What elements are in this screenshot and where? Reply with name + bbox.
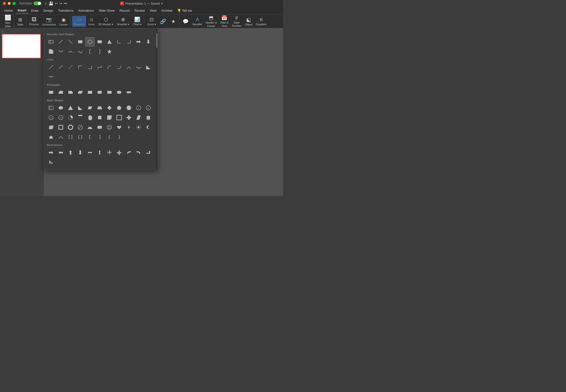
shape-corner-l[interactable] bbox=[115, 37, 124, 46]
maximize-button[interactable] bbox=[13, 2, 15, 5]
rect-snip-opp[interactable] bbox=[76, 88, 85, 97]
ba-up-down[interactable] bbox=[95, 148, 104, 157]
bs-cube[interactable] bbox=[46, 123, 56, 132]
new-slide-button[interactable]: ⬜ New Slide bbox=[3, 14, 13, 29]
bs-arc[interactable] bbox=[56, 132, 65, 141]
bs-double-brace[interactable] bbox=[76, 132, 85, 141]
bs-hexagon[interactable] bbox=[124, 103, 134, 112]
bs-trapezoid[interactable] bbox=[95, 103, 104, 112]
rect-snip-single[interactable] bbox=[66, 88, 75, 97]
more-icon[interactable]: ••• bbox=[64, 1, 67, 5]
menu-animations[interactable]: Animations bbox=[76, 8, 96, 13]
bs-cross[interactable] bbox=[124, 113, 134, 122]
line-straight[interactable] bbox=[46, 62, 56, 72]
curve-conn1[interactable] bbox=[105, 62, 114, 72]
shape-wave[interactable] bbox=[76, 47, 85, 56]
bs-curly-left[interactable] bbox=[105, 132, 114, 141]
bs-bracket-left[interactable] bbox=[85, 132, 95, 141]
bs-moon[interactable] bbox=[144, 123, 153, 132]
bs-diag-stripe[interactable] bbox=[134, 113, 143, 122]
shape-corner-flip[interactable] bbox=[124, 37, 134, 46]
menu-draw[interactable]: Draw bbox=[29, 8, 41, 13]
bs-fold-corner[interactable] bbox=[105, 113, 114, 122]
menu-review[interactable]: Review bbox=[132, 8, 147, 13]
menu-design[interactable]: Design bbox=[41, 8, 55, 13]
shape-rounded-rect[interactable] bbox=[95, 37, 104, 46]
date-time-button[interactable]: 📅 Date & Time bbox=[219, 14, 230, 28]
bs-triangle[interactable] bbox=[66, 103, 75, 112]
shape-line-diag1[interactable] bbox=[56, 37, 65, 46]
smartart-button[interactable]: ⊕ SmartArt ▾ bbox=[115, 15, 131, 27]
shape-rectangle[interactable] bbox=[76, 37, 85, 46]
bs-octagon[interactable]: 8 bbox=[144, 103, 153, 112]
shape-triangle[interactable] bbox=[105, 37, 114, 46]
elbow-conn1[interactable] bbox=[76, 62, 85, 72]
rect-round-full[interactable] bbox=[115, 88, 124, 97]
shape-squiggle[interactable] bbox=[56, 47, 65, 56]
shape-oval[interactable] bbox=[85, 37, 95, 46]
menu-transitions[interactable]: Transitions bbox=[56, 8, 76, 13]
elbow-conn3[interactable] bbox=[95, 62, 104, 72]
bs-textbox[interactable] bbox=[46, 103, 56, 112]
ba-up[interactable] bbox=[66, 148, 75, 157]
bs-sun[interactable] bbox=[134, 123, 143, 132]
rect-snip-diag[interactable] bbox=[56, 88, 65, 97]
shape-arc[interactable] bbox=[66, 47, 75, 56]
wave-line2[interactable] bbox=[134, 62, 143, 72]
bs-double-bracket[interactable] bbox=[66, 132, 75, 141]
shape-brace-right[interactable] bbox=[95, 47, 104, 56]
bs-hollow-square[interactable] bbox=[56, 123, 65, 132]
squiggle2[interactable] bbox=[46, 72, 56, 81]
action-button[interactable]: ★ bbox=[168, 17, 178, 25]
header-footer-button[interactable]: ⬒ Header & Footer bbox=[204, 14, 218, 28]
shapes-scrollbar[interactable] bbox=[156, 28, 158, 169]
link-button[interactable]: 🔗 bbox=[158, 17, 168, 25]
line-arrow[interactable] bbox=[56, 62, 65, 72]
wordart-button[interactable]: A WordArt bbox=[191, 16, 204, 27]
menu-acrobat[interactable]: Acrobat bbox=[159, 8, 175, 13]
elbow-conn2[interactable] bbox=[85, 62, 95, 72]
menu-home[interactable]: Home bbox=[2, 8, 15, 13]
shape-corner-cut[interactable] bbox=[46, 47, 56, 56]
ba-bend-right[interactable] bbox=[46, 158, 56, 167]
bs-square[interactable] bbox=[95, 113, 104, 122]
curve-conn2[interactable] bbox=[115, 62, 124, 72]
ba-bend-left[interactable] bbox=[144, 148, 153, 157]
line-dashed[interactable] bbox=[66, 62, 75, 72]
slide-number-button[interactable]: # Slide Number bbox=[230, 14, 243, 28]
shape-brace-left[interactable] bbox=[85, 47, 95, 56]
bs-heptagon[interactable]: 7 bbox=[134, 103, 143, 112]
shape-text-box[interactable] bbox=[46, 37, 56, 46]
menu-tell-me[interactable]: 💡 Tell me bbox=[175, 8, 194, 13]
screenshot-button[interactable]: 📷 Screenshot bbox=[41, 16, 57, 27]
ba-three-way[interactable] bbox=[115, 148, 124, 157]
pictures-button[interactable]: 🖼 Pictures bbox=[28, 16, 40, 27]
menu-view[interactable]: View bbox=[147, 8, 159, 13]
zoom-button[interactable]: ⊡ Zoom ▾ bbox=[146, 15, 158, 27]
3d-models-button[interactable]: ⬡ 3D Models ▾ bbox=[97, 15, 115, 27]
autosave-toggle[interactable] bbox=[33, 1, 41, 5]
slide-thumbnail[interactable] bbox=[2, 34, 41, 58]
bs-pie[interactable] bbox=[66, 113, 75, 122]
rect-wide[interactable] bbox=[124, 88, 134, 97]
curve-conn3[interactable] bbox=[124, 62, 134, 72]
bs-dodecagon[interactable]: 12 bbox=[56, 113, 65, 122]
object-button[interactable]: ⬕ Object bbox=[243, 16, 254, 27]
bs-smiley[interactable] bbox=[105, 123, 114, 132]
ba-four-way[interactable] bbox=[105, 148, 114, 157]
bs-heart[interactable] bbox=[115, 123, 124, 132]
rect-round-opp[interactable] bbox=[95, 88, 104, 97]
undo-icon[interactable]: ↩ bbox=[55, 1, 58, 5]
bs-bracket-right[interactable] bbox=[95, 132, 104, 141]
ba-left[interactable] bbox=[56, 148, 65, 157]
cameo-button[interactable]: ◉ Cameo bbox=[58, 16, 69, 27]
bs-ring[interactable] bbox=[66, 123, 75, 132]
bs-cloud[interactable] bbox=[46, 132, 56, 141]
ba-curve-right[interactable] bbox=[124, 148, 134, 157]
bs-diamond[interactable] bbox=[105, 103, 114, 112]
bs-decagon[interactable]: 10 bbox=[46, 113, 56, 122]
shape-line-diag2[interactable] bbox=[66, 37, 75, 46]
shape-arrow-down[interactable] bbox=[144, 37, 153, 46]
comment-button[interactable]: 💬 bbox=[181, 17, 191, 25]
shape-arrow-right[interactable] bbox=[134, 37, 143, 46]
